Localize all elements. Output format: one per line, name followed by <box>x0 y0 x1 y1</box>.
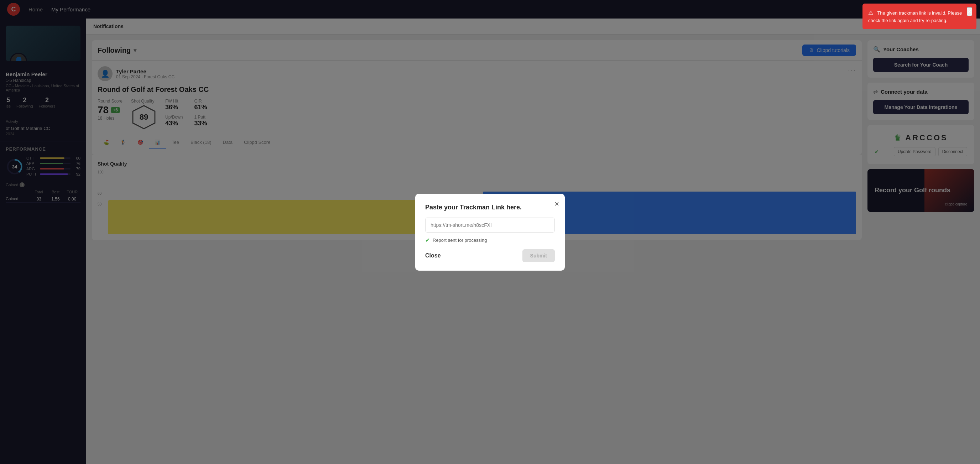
warning-icon: ⚠ <box>868 8 873 17</box>
modal-actions: Close Submit <box>425 249 555 262</box>
trackman-link-input[interactable] <box>425 218 555 232</box>
modal-overlay[interactable]: × Paste your Trackman Link here. ✔ Repor… <box>0 0 980 464</box>
modal-title: Paste your Trackman Link here. <box>425 204 555 211</box>
modal-close-btn[interactable]: Close <box>425 253 441 259</box>
trackman-modal: × Paste your Trackman Link here. ✔ Repor… <box>415 194 565 271</box>
success-icon: ✔ <box>425 237 430 243</box>
error-banner: ⚠ The given trackman link is invalid. Pl… <box>862 3 977 29</box>
error-close-button[interactable]: × <box>967 7 972 16</box>
modal-submit-btn[interactable]: Submit <box>522 249 555 262</box>
modal-close-button[interactable]: × <box>554 199 559 209</box>
modal-success-message: ✔ Report sent for processing <box>425 237 555 243</box>
